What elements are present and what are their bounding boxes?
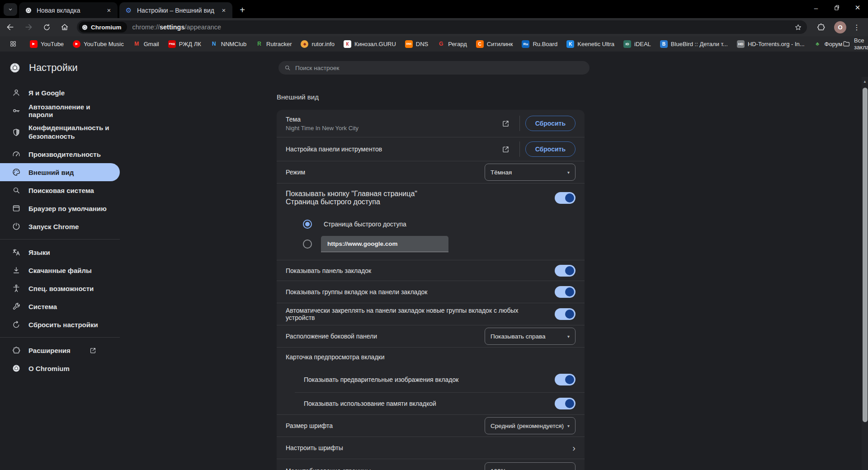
rutracker-icon: R: [255, 40, 263, 48]
sidebar-item-you-and-google[interactable]: Я и Google: [0, 84, 120, 102]
tab-title: Настройки – Внешний вид: [137, 7, 220, 14]
home-button-section: Показывать кнопку "Главная страница" Стр…: [277, 183, 585, 260]
settings-search[interactable]: [278, 61, 590, 75]
puzzle-icon: [12, 346, 21, 355]
puzzle-icon: [816, 23, 826, 32]
chromium-favicon: [24, 6, 32, 14]
bookmark-youtube-music[interactable]: ▶YouTube Music: [73, 40, 124, 48]
forward-button[interactable]: [21, 19, 36, 35]
ntp-radio[interactable]: [303, 220, 312, 229]
bookmark-regard[interactable]: GРегард: [437, 40, 467, 48]
open-toolbar-customize-button[interactable]: [498, 141, 514, 157]
address-bar[interactable]: Chromium chrome://settings/appearance: [77, 20, 807, 34]
extensions-button[interactable]: [813, 19, 829, 35]
sidebar-item-default-browser[interactable]: Браузер по умолчанию: [0, 199, 120, 217]
home-button[interactable]: [57, 19, 72, 35]
sidebar-item-about[interactable]: О Chromium: [0, 359, 120, 377]
apps-grid-button[interactable]: [5, 36, 21, 52]
sidebar-item-search-engine[interactable]: Поисковая система: [0, 181, 120, 199]
site-info-chip[interactable]: Chromium: [79, 22, 127, 33]
side-panel-select[interactable]: Показывать справа▾: [485, 328, 576, 345]
scroll-up-arrow[interactable]: ▲: [862, 80, 868, 84]
page-scrollbar: ▲: [862, 77, 868, 470]
bookmark-keenetic[interactable]: KKeenetic Ultra: [566, 40, 614, 48]
home-option-ntp: Страница быстрого доступа: [277, 216, 585, 232]
tab-new-tab[interactable]: Новая вкладка ×: [19, 2, 118, 18]
settings-search-input[interactable]: [295, 65, 584, 71]
bookmark-rutracker[interactable]: RRutracker: [255, 40, 292, 48]
sidebar-item-privacy[interactable]: Конфиденциальность и безопасность: [0, 120, 120, 145]
sidebar-item-system[interactable]: Система: [0, 297, 120, 315]
ideal-icon: iD: [623, 40, 631, 48]
tab-preview-images-label: Показывать предварительные изображения в…: [304, 376, 555, 383]
customize-fonts-row[interactable]: Настроить шрифты ›: [277, 437, 585, 459]
download-icon: [12, 266, 21, 275]
show-bookmarks-toggle[interactable]: [555, 265, 576, 277]
bookmark-rzd[interactable]: РЖДРЖД ЛК: [168, 40, 201, 48]
sidebar-item-appearance[interactable]: Внешний вид: [0, 163, 120, 181]
tab-memory-toggle[interactable]: [555, 398, 576, 409]
browser-menu-button[interactable]: ⋮: [849, 19, 864, 35]
ntp-radio-label[interactable]: Страница быстрого доступа: [324, 221, 406, 228]
close-tab-icon[interactable]: ×: [105, 6, 113, 14]
back-button[interactable]: [3, 19, 18, 35]
sidebar-item-extensions[interactable]: Расширения: [0, 341, 120, 359]
bookmark-rutor[interactable]: ◆rutor.info: [301, 40, 335, 48]
youtube-music-icon: ▶: [73, 40, 80, 48]
home-button-toggle[interactable]: [555, 192, 576, 204]
font-size-row: Размер шрифта Средний (рекомендуется)▾: [277, 415, 585, 437]
scrollbar-thumb[interactable]: [863, 88, 868, 422]
settings-gear-favicon: ⚙: [125, 6, 132, 14]
sidebar-item-autofill[interactable]: Автозаполнение и пароли: [0, 102, 120, 120]
profile-avatar[interactable]: O: [834, 21, 846, 33]
reset-icon: [12, 320, 21, 329]
close-tab-icon[interactable]: ×: [220, 6, 228, 14]
all-bookmarks-button[interactable]: Все закладки: [842, 37, 868, 51]
bookmark-nnmclub[interactable]: NNNMClub: [210, 40, 246, 48]
bookmark-gmail[interactable]: MGmail: [133, 40, 159, 48]
sidebar-item-startup[interactable]: Запуск Chrome: [0, 217, 120, 235]
tab-groups-toggle[interactable]: [555, 286, 576, 298]
nnmclub-icon: N: [210, 40, 218, 48]
bookmark-ideal[interactable]: iDiDEAL: [623, 40, 651, 48]
font-size-label: Размер шрифта: [286, 422, 485, 429]
font-size-select[interactable]: Средний (рекомендуется)▾: [485, 417, 576, 434]
reset-theme-button[interactable]: Сбросить: [525, 116, 576, 131]
back-icon: [6, 23, 15, 32]
sidebar-item-reset[interactable]: Сбросить настройки: [0, 315, 120, 334]
show-bookmarks-label: Показывать панель закладок: [286, 267, 555, 274]
home-button-row: Показывать кнопку "Главная страница" Стр…: [277, 183, 585, 212]
mode-row: Режим Тёмная▾: [277, 161, 585, 183]
bookmark-star-button[interactable]: [792, 21, 804, 33]
bookmark-citilink[interactable]: ССитилинк: [476, 40, 513, 48]
restore-button[interactable]: [826, 0, 847, 15]
sidebar-item-accessibility[interactable]: Спец. возможности: [0, 279, 120, 297]
sidebar-item-downloads[interactable]: Скачанные файлы: [0, 261, 120, 279]
rzd-icon: РЖД: [168, 40, 176, 48]
open-theme-button[interactable]: [498, 115, 514, 132]
sidebar-item-performance[interactable]: Производительность: [0, 145, 120, 163]
bookmark-dns[interactable]: DNSDNS: [405, 40, 428, 48]
bookmark-bluebird[interactable]: BBlueBird :: Детали т...: [660, 40, 728, 48]
minimize-button[interactable]: –: [806, 0, 826, 15]
mode-select[interactable]: Тёмная▾: [485, 164, 576, 181]
tab-search-button[interactable]: [4, 3, 17, 16]
sidebar-item-languages[interactable]: Языки: [0, 243, 120, 261]
bookmark-youtube[interactable]: ▶YouTube: [30, 40, 64, 48]
tab-settings-appearance[interactable]: ⚙ Настройки – Внешний вид ×: [119, 2, 232, 18]
close-window-button[interactable]: ✕: [847, 0, 868, 15]
custom-url-input[interactable]: [321, 236, 448, 252]
apps-grid-icon: [9, 40, 17, 48]
page-zoom-select[interactable]: 100%▾: [485, 462, 576, 470]
auto-pin-toggle[interactable]: [555, 308, 576, 320]
reload-button[interactable]: [39, 19, 54, 35]
settings-page: Настройки Я и Google Автозаполнение и па…: [0, 52, 868, 470]
reset-toolbar-button[interactable]: Сбросить: [525, 141, 576, 157]
custom-url-radio[interactable]: [303, 240, 312, 249]
bookmark-ruboard[interactable]: RuRu.Board: [522, 40, 557, 48]
new-tab-button[interactable]: +: [236, 4, 249, 16]
bookmark-forum[interactable]: ♣Форум: [814, 40, 843, 48]
bookmark-hdtorrents[interactable]: HDHD-Torrents.org - In...: [737, 40, 805, 48]
tab-preview-images-toggle[interactable]: [555, 374, 576, 385]
bookmark-kinozal[interactable]: ККинозал.GURU: [344, 40, 396, 48]
